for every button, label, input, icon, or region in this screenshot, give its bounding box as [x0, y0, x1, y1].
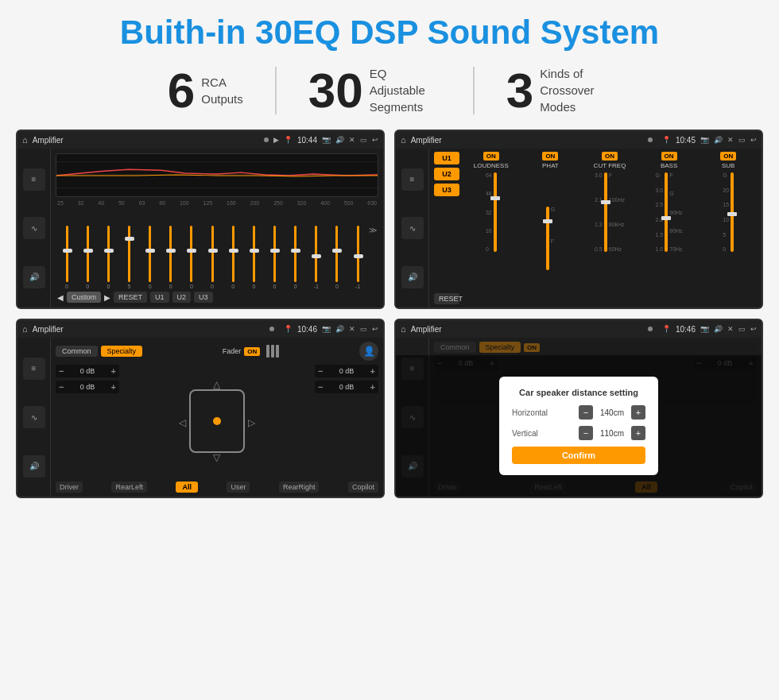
- dist-common-tab-bg: Common: [434, 342, 476, 353]
- eq-slider-4[interactable]: 0: [141, 226, 160, 289]
- confirm-button[interactable]: Confirm: [512, 447, 645, 464]
- cutfreq-slider[interactable]: [604, 172, 607, 252]
- eq-expand-btn[interactable]: ≫: [369, 226, 377, 289]
- close-icon-3[interactable]: ✕: [349, 325, 355, 333]
- camera-icon-4: 📷: [700, 325, 709, 333]
- eq-slider-2[interactable]: 0: [99, 226, 118, 289]
- close-icon[interactable]: ✕: [349, 136, 355, 144]
- cutfreq-on[interactable]: ON: [602, 152, 618, 160]
- xover-topbar-title: Amplifier: [411, 136, 643, 145]
- fader-rl-plus[interactable]: +: [111, 382, 116, 392]
- xover-sidebar-vol[interactable]: 🔊: [401, 266, 424, 288]
- fader-on-badge[interactable]: ON: [244, 347, 260, 356]
- dist-time: 10:46: [676, 325, 696, 334]
- eq-slider-1[interactable]: 0: [78, 226, 97, 289]
- car-up-arrow: △: [213, 379, 220, 390]
- eq-next-btn[interactable]: ▶: [104, 293, 110, 302]
- vertical-stepper: − 110cm +: [579, 426, 645, 440]
- horizontal-plus-btn[interactable]: +: [631, 405, 645, 420]
- home-icon-4[interactable]: ⌂: [401, 324, 406, 334]
- back-icon-3[interactable]: ↩: [372, 325, 378, 333]
- fader-rr-plus[interactable]: +: [370, 382, 375, 392]
- eq-prev-btn[interactable]: ◀: [57, 293, 64, 302]
- eq-topbar: ⌂ Amplifier ▶ 📍 10:44 📷 🔊 ✕ ▭ ↩: [17, 131, 383, 149]
- eq-u2-btn[interactable]: U2: [172, 292, 192, 303]
- sidebar-volume-btn[interactable]: 🔊: [23, 266, 45, 288]
- phat-slider[interactable]: [546, 207, 549, 270]
- fader-bar-3: [276, 345, 279, 358]
- camera-icon: 📷: [322, 136, 331, 144]
- volume-icon-4: 🔊: [714, 325, 723, 333]
- xover-reset-area: RESET: [434, 293, 459, 304]
- eq-slider-10[interactable]: 0: [265, 226, 284, 289]
- freq-25: 25: [57, 200, 64, 206]
- eq-slider-6[interactable]: 0: [182, 226, 201, 289]
- xover-cutfreq: ON CUT FREQ 3.02.11.30.5 F100Hz80kHz60Hz: [581, 152, 638, 304]
- sidebar-wave-btn[interactable]: ∿: [23, 217, 45, 239]
- back-icon[interactable]: ↩: [372, 136, 378, 144]
- eq-slider-0[interactable]: 0: [57, 226, 76, 289]
- xover-u1-btn[interactable]: U1: [434, 152, 459, 164]
- back-icon-4[interactable]: ↩: [750, 325, 757, 333]
- close-icon-4[interactable]: ✕: [727, 325, 734, 333]
- sidebar-eq-btn[interactable]: ≡: [23, 168, 45, 191]
- eq-slider-14[interactable]: -1: [348, 226, 367, 289]
- eq-slider-3[interactable]: 5: [119, 226, 138, 289]
- home-icon-2[interactable]: ⌂: [401, 135, 406, 145]
- sub-on[interactable]: ON: [720, 152, 736, 160]
- fader-common-tab[interactable]: Common: [56, 346, 98, 357]
- xover-u3-btn[interactable]: U3: [434, 184, 459, 196]
- horizontal-minus-btn[interactable]: −: [579, 405, 593, 420]
- fader-sidebar-wave[interactable]: ∿: [23, 406, 45, 428]
- loudness-on[interactable]: ON: [483, 152, 499, 160]
- eq-reset-btn[interactable]: RESET: [114, 292, 147, 303]
- dist-on-badge-bg: ON: [524, 343, 540, 352]
- freq-400: 400: [320, 200, 330, 206]
- stat-eq-number: 30: [308, 66, 363, 115]
- stat-eq-label: EQ AdjustableSegments: [370, 65, 441, 115]
- eq-slider-12[interactable]: -1: [307, 226, 326, 289]
- vertical-minus-btn[interactable]: −: [579, 426, 593, 440]
- dist-topbar-title: Amplifier: [411, 325, 643, 334]
- fader-sidebar-eq[interactable]: ≡: [23, 358, 45, 380]
- eq-u1-btn[interactable]: U1: [150, 292, 169, 303]
- sub-slider[interactable]: [731, 172, 734, 252]
- xover-u2-btn[interactable]: U2: [434, 168, 459, 180]
- car-right-arrow: ▷: [248, 417, 255, 428]
- location-icon-2: 📍: [662, 136, 671, 144]
- fader-copilot-label: Copilot: [348, 481, 378, 493]
- fader-specialty-tab[interactable]: Specialty: [101, 346, 143, 357]
- eq-slider-7[interactable]: 0: [203, 226, 222, 289]
- fader-user-icon[interactable]: 👤: [359, 342, 378, 361]
- eq-slider-9[interactable]: 0: [244, 226, 263, 289]
- bass-on[interactable]: ON: [661, 152, 677, 160]
- eq-slider-13[interactable]: 0: [327, 226, 347, 289]
- xover-sidebar-eq[interactable]: ≡: [401, 168, 424, 191]
- fader-fl-plus[interactable]: +: [111, 366, 116, 376]
- xover-reset-btn[interactable]: RESET: [434, 293, 459, 304]
- stat-eq: 30 EQ AdjustableSegments: [277, 65, 473, 115]
- eq-slider-8[interactable]: 0: [223, 226, 242, 289]
- vertical-plus-btn[interactable]: +: [631, 426, 645, 440]
- eq-custom-btn[interactable]: Custom: [67, 292, 101, 303]
- loudness-slider[interactable]: [494, 172, 497, 252]
- fader-fr-plus[interactable]: +: [370, 366, 375, 376]
- fader-rr-minus[interactable]: −: [318, 382, 323, 392]
- home-icon-3[interactable]: ⌂: [22, 324, 28, 334]
- eq-slider-5[interactable]: 0: [161, 226, 180, 289]
- eq-slider-11[interactable]: 0: [286, 226, 305, 289]
- eq-u3-btn[interactable]: U3: [194, 292, 213, 303]
- bass-slider[interactable]: [665, 172, 668, 252]
- fader-rl-minus[interactable]: −: [59, 382, 64, 392]
- fader-sidebar-vol[interactable]: 🔊: [23, 455, 45, 478]
- fader-all-btn[interactable]: All: [176, 481, 198, 493]
- fader-fr-minus[interactable]: −: [318, 366, 323, 376]
- freq-630: 630: [367, 200, 377, 206]
- eq-sliders-row: 0 0 0 5 0 0 0 0 0 0 0 0 -1 0 -1: [56, 208, 378, 289]
- close-icon-2[interactable]: ✕: [727, 136, 734, 144]
- back-icon-2[interactable]: ↩: [750, 136, 757, 144]
- home-icon[interactable]: ⌂: [22, 135, 28, 145]
- xover-sidebar-wave[interactable]: ∿: [401, 217, 424, 239]
- fader-fl-minus[interactable]: −: [59, 366, 64, 376]
- phat-on[interactable]: ON: [542, 152, 558, 160]
